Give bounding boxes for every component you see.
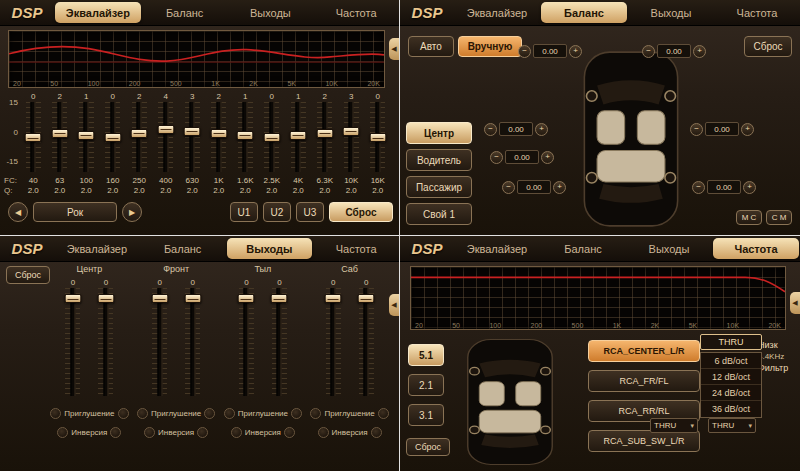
mute-toggle[interactable] <box>137 408 148 419</box>
tab[interactable]: Эквалайзер <box>454 236 540 261</box>
rca-channel-button[interactable]: RCA_FR/FL <box>588 370 700 392</box>
user-preset-button[interactable]: U2 <box>263 202 291 222</box>
tab[interactable]: Выходы <box>227 238 313 259</box>
inversion-toggle[interactable] <box>144 427 155 438</box>
slope-select[interactable]: THRU ▾ <box>650 418 698 433</box>
user-preset-button[interactable]: U3 <box>296 202 324 222</box>
band-slider-thumb[interactable] <box>343 127 360 136</box>
drawer-handle-icon[interactable]: ◀ <box>389 38 399 60</box>
band-slider-thumb[interactable] <box>157 125 174 134</box>
band-slider-thumb[interactable] <box>104 133 121 142</box>
band-slider-track[interactable] <box>291 102 306 172</box>
tab[interactable]: Выходы <box>626 236 712 261</box>
band-slider-track[interactable] <box>26 102 41 172</box>
mute-toggle[interactable] <box>378 408 389 419</box>
output-slider-thumb[interactable] <box>271 294 288 303</box>
band-slider-track[interactable] <box>317 102 332 172</box>
band-slider-track[interactable] <box>344 102 359 172</box>
tab[interactable]: Баланс <box>540 236 626 261</box>
position-button[interactable]: Свой 1 <box>406 203 472 225</box>
cm-button[interactable]: C M <box>766 210 792 225</box>
tab[interactable]: Частота <box>313 0 399 25</box>
minus-button[interactable]: − <box>490 151 503 164</box>
mute-toggle[interactable] <box>50 408 61 419</box>
freq-reset-button[interactable]: Сброс <box>406 438 450 456</box>
tab[interactable]: Эквалайзер <box>454 0 540 25</box>
output-slider-track[interactable] <box>239 288 254 396</box>
mute-toggle[interactable] <box>204 408 215 419</box>
plus-button[interactable]: + <box>741 123 754 136</box>
band-slider-thumb[interactable] <box>78 131 95 140</box>
slope-option[interactable]: 36 dB/oct <box>701 401 761 417</box>
tab[interactable]: Эквалайзер <box>54 236 140 261</box>
output-slider-thumb[interactable] <box>151 294 168 303</box>
output-slider-track[interactable] <box>272 288 287 396</box>
band-slider-thumb[interactable] <box>316 129 333 138</box>
tab[interactable]: Частота <box>713 238 799 259</box>
plus-button[interactable]: + <box>541 151 554 164</box>
band-slider-track[interactable] <box>52 102 67 172</box>
band-slider-thumb[interactable] <box>51 129 68 138</box>
band-slider-thumb[interactable] <box>369 133 386 142</box>
output-slider-thumb[interactable] <box>64 294 81 303</box>
auto-button[interactable]: Авто <box>408 36 454 57</box>
plus-button[interactable]: + <box>693 45 706 58</box>
band-slider-track[interactable] <box>132 102 147 172</box>
tab[interactable]: Баланс <box>142 0 228 25</box>
mc-button[interactable]: M C <box>736 210 762 225</box>
plus-button[interactable]: + <box>743 181 756 194</box>
output-slider-thumb[interactable] <box>325 294 342 303</box>
eq-reset-button[interactable]: Сброс <box>329 202 393 222</box>
band-slider-thumb[interactable] <box>25 133 42 142</box>
inversion-toggle[interactable] <box>284 427 295 438</box>
rca-channel-button[interactable]: RCA_CENTER_L/R <box>588 340 700 362</box>
plus-button[interactable]: + <box>569 45 582 58</box>
rca-channel-button[interactable]: RCA_SUB_SW_L/R <box>588 430 700 452</box>
band-slider-track[interactable] <box>79 102 94 172</box>
output-slider-track[interactable] <box>152 288 167 396</box>
band-slider-thumb[interactable] <box>290 131 307 140</box>
band-slider-track[interactable] <box>105 102 120 172</box>
inversion-toggle[interactable] <box>371 427 382 438</box>
inversion-toggle[interactable] <box>197 427 208 438</box>
preset-next-button[interactable]: ▶ <box>122 202 142 222</box>
output-slider-track[interactable] <box>98 288 113 396</box>
band-slider-track[interactable] <box>370 102 385 172</box>
plus-button[interactable]: + <box>553 181 566 194</box>
band-slider-thumb[interactable] <box>263 133 280 142</box>
tab[interactable]: Выходы <box>628 0 714 25</box>
tab[interactable]: Частота <box>714 0 800 25</box>
minus-button[interactable]: − <box>690 123 703 136</box>
output-slider-thumb[interactable] <box>97 294 114 303</box>
mode-button[interactable]: 3.1 <box>408 404 444 426</box>
inversion-toggle[interactable] <box>110 427 121 438</box>
inversion-toggle[interactable] <box>231 427 242 438</box>
preset-prev-button[interactable]: ◀ <box>8 202 28 222</box>
output-slider-thumb[interactable] <box>238 294 255 303</box>
mute-toggle[interactable] <box>224 408 235 419</box>
position-button[interactable]: Водитель <box>406 149 472 171</box>
tab[interactable]: Баланс <box>140 236 226 261</box>
band-slider-track[interactable] <box>185 102 200 172</box>
minus-button[interactable]: − <box>484 123 497 136</box>
slope-option[interactable]: 12 dB/oct <box>701 369 761 385</box>
user-preset-button[interactable]: U1 <box>230 202 258 222</box>
minus-button[interactable]: − <box>502 181 515 194</box>
mute-toggle[interactable] <box>118 408 129 419</box>
slope-option[interactable]: 6 dB/oct <box>701 353 761 369</box>
output-slider-track[interactable] <box>326 288 341 396</box>
band-slider-thumb[interactable] <box>184 127 201 136</box>
band-slider-track[interactable] <box>264 102 279 172</box>
mode-button[interactable]: 2.1 <box>408 374 444 396</box>
inversion-toggle[interactable] <box>318 427 329 438</box>
position-button[interactable]: Пассажир <box>406 176 472 198</box>
tab[interactable]: Выходы <box>228 0 314 25</box>
output-slider-track[interactable] <box>65 288 80 396</box>
drawer-handle-icon[interactable]: ◀ <box>790 292 800 314</box>
minus-button[interactable]: − <box>518 45 531 58</box>
mute-toggle[interactable] <box>291 408 302 419</box>
balance-reset-button[interactable]: Сброс <box>744 36 792 57</box>
outputs-reset-button[interactable]: Сброс <box>6 266 50 284</box>
band-slider-track[interactable] <box>158 102 173 172</box>
tab[interactable]: Частота <box>313 236 399 261</box>
